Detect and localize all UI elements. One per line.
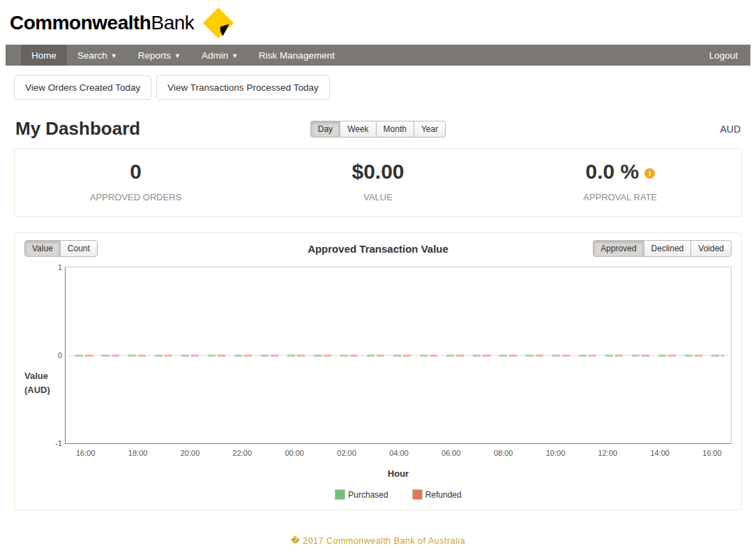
status-voided-button[interactable]: Voided bbox=[690, 240, 732, 257]
stat-value: $0.00 VALUE bbox=[257, 160, 499, 202]
nav-item-reports[interactable]: Reports ▼ bbox=[128, 45, 191, 66]
y-axis-label: Value (AUD) bbox=[24, 369, 59, 397]
nav-logout-label: Logout bbox=[709, 50, 738, 61]
refunded-swatch-icon bbox=[412, 489, 423, 500]
x-tick: 04:00 bbox=[389, 449, 409, 457]
x-tick: 02:00 bbox=[337, 449, 356, 457]
y-tick-neg1: -1 bbox=[55, 439, 62, 447]
chart-header: Value Count Approved Transaction Value A… bbox=[24, 240, 732, 257]
status-declined-button[interactable]: Declined bbox=[644, 240, 692, 257]
chevron-down-icon: ▼ bbox=[111, 53, 117, 59]
period-toggle-group: Day Week Month Year bbox=[310, 121, 446, 138]
purchased-swatch-icon bbox=[335, 489, 345, 500]
x-tick: 22:00 bbox=[233, 449, 252, 457]
nav-reports-label: Reports bbox=[138, 50, 171, 61]
chevron-down-icon: ▼ bbox=[174, 53, 181, 59]
chart-title: Approved Transaction Value bbox=[308, 243, 448, 255]
y-tick-1: 1 bbox=[58, 263, 62, 272]
copyright-footer: � 2017 Commonwealth Bank of Australia bbox=[0, 535, 756, 546]
chart-area: Value (AUD) 1 0 -1 16:00 18:00 20:00 22:… bbox=[24, 267, 732, 500]
nav-home-label: Home bbox=[31, 50, 56, 61]
x-tick: 10:00 bbox=[546, 449, 566, 457]
currency-label: AUD bbox=[720, 124, 741, 135]
metric-toggle-group: Value Count bbox=[24, 240, 98, 257]
approved-orders-label: APPROVED ORDERS bbox=[15, 192, 257, 202]
series-lines-purchased-refunded bbox=[75, 355, 724, 357]
value-amount: $0.00 bbox=[257, 160, 499, 184]
nav-item-admin[interactable]: Admin ▼ bbox=[191, 45, 248, 66]
nav-item-search[interactable]: Search ▼ bbox=[67, 45, 128, 66]
quick-links-row: View Orders Created Today View Transacti… bbox=[14, 75, 756, 100]
x-axis-label: Hour bbox=[65, 468, 732, 479]
view-orders-today-button[interactable]: View Orders Created Today bbox=[14, 75, 151, 100]
approval-rate-value: 0.0 %i bbox=[499, 160, 741, 184]
nav-search-label: Search bbox=[77, 50, 107, 61]
commonwealth-bank-logo: CommonwealthBank bbox=[10, 7, 756, 39]
approved-orders-value: 0 bbox=[15, 160, 257, 184]
stat-approved-orders: 0 APPROVED ORDERS bbox=[15, 160, 257, 202]
x-axis-ticks: 16:00 18:00 20:00 22:00 00:00 02:00 04:0… bbox=[65, 449, 732, 457]
x-tick: 14:00 bbox=[650, 449, 670, 457]
x-tick: 00:00 bbox=[285, 449, 304, 457]
x-tick: 18:00 bbox=[128, 449, 148, 457]
logo-text-bank: Bank bbox=[151, 12, 194, 34]
legend-refunded-label: Refunded bbox=[425, 490, 462, 500]
period-day-button[interactable]: Day bbox=[310, 121, 340, 138]
y-axis-label-line2: (AUD) bbox=[24, 383, 59, 397]
y-tick-0: 0 bbox=[58, 351, 62, 359]
nav-item-risk-management[interactable]: Risk Management bbox=[248, 45, 345, 66]
status-toggle-group: Approved Declined Voided bbox=[593, 240, 732, 257]
legend-purchased-label: Purchased bbox=[348, 490, 388, 500]
x-tick: 16:00 bbox=[76, 449, 96, 457]
x-tick: 06:00 bbox=[441, 449, 461, 457]
commbank-diamond-icon bbox=[202, 7, 234, 39]
nav-item-home[interactable]: Home bbox=[21, 45, 67, 66]
value-label: VALUE bbox=[257, 192, 499, 202]
nav-item-logout[interactable]: Logout bbox=[697, 45, 750, 66]
period-year-button[interactable]: Year bbox=[414, 121, 446, 138]
approval-rate-number: 0.0 % bbox=[585, 160, 639, 183]
plot-area: 1 0 -1 bbox=[65, 267, 732, 444]
x-tick: 20:00 bbox=[181, 449, 200, 457]
main-navbar: Home Search ▼ Reports ▼ Admin ▼ Risk Man… bbox=[6, 45, 750, 66]
chevron-down-icon: ▼ bbox=[232, 53, 238, 59]
x-tick: 12:00 bbox=[598, 449, 618, 457]
nav-risk-label: Risk Management bbox=[259, 50, 335, 61]
view-transactions-today-button[interactable]: View Transactions Processed Today bbox=[156, 75, 329, 100]
stat-approval-rate: 0.0 %i APPROVAL RATE bbox=[499, 160, 741, 202]
chart-legend: Purchased Refunded bbox=[65, 489, 732, 500]
nav-admin-label: Admin bbox=[202, 50, 228, 61]
page-header: CommonwealthBank bbox=[0, 0, 756, 42]
logo-text-commonwealth: Commonwealth bbox=[10, 12, 151, 34]
status-approved-button[interactable]: Approved bbox=[593, 240, 644, 257]
approval-rate-label: APPROVAL RATE bbox=[499, 192, 741, 202]
x-tick: 16:00 bbox=[702, 449, 722, 457]
info-icon[interactable]: i bbox=[644, 168, 655, 179]
x-tick: 08:00 bbox=[494, 449, 513, 457]
legend-item-refunded: Refunded bbox=[412, 489, 462, 500]
period-week-button[interactable]: Week bbox=[340, 121, 376, 138]
y-axis-label-line1: Value bbox=[24, 369, 59, 383]
metric-value-button[interactable]: Value bbox=[24, 240, 61, 257]
chart-panel: Value Count Approved Transaction Value A… bbox=[14, 232, 742, 510]
legend-item-purchased: Purchased bbox=[335, 489, 388, 500]
metric-count-button[interactable]: Count bbox=[60, 240, 98, 257]
logo-wordmark: CommonwealthBank bbox=[10, 12, 194, 34]
page-title: My Dashboard bbox=[15, 118, 310, 140]
summary-stats-panel: 0 APPROVED ORDERS $0.00 VALUE 0.0 %i APP… bbox=[14, 148, 742, 217]
dashboard-header: My Dashboard Day Week Month Year AUD bbox=[15, 118, 741, 140]
period-month-button[interactable]: Month bbox=[376, 121, 414, 138]
